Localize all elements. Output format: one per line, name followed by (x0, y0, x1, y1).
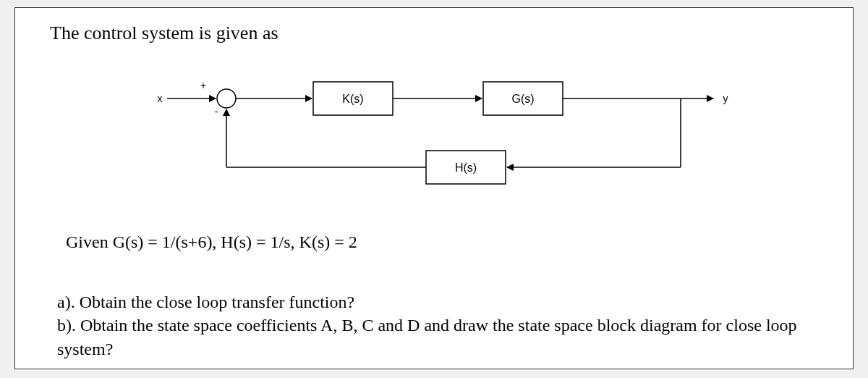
input-label: x (158, 93, 163, 104)
block-g-label: G(s) (511, 93, 534, 105)
minus-sign: - (215, 106, 218, 117)
block-k-label: K(s) (342, 93, 363, 105)
question-a: a). Obtain the close loop transfer funct… (57, 290, 811, 314)
page-container: The control system is given as x + - (14, 7, 854, 369)
output-label: y (723, 93, 728, 104)
question-b: b). Obtain the state space coefficients … (57, 314, 811, 361)
block-h-label: H(s) (455, 161, 477, 174)
block-diagram: x + - K(s) G(s) y (124, 66, 760, 211)
plus-sign: + (200, 80, 206, 91)
problem-title: The control system is given as (50, 22, 278, 44)
questions-block: a). Obtain the close loop transfer funct… (57, 290, 811, 361)
block-diagram-svg: x + - K(s) G(s) y (124, 66, 760, 211)
summing-junction (217, 89, 236, 108)
given-equations: Given G(s) = 1/(s+6), H(s) = 1/s, K(s) =… (66, 232, 357, 252)
